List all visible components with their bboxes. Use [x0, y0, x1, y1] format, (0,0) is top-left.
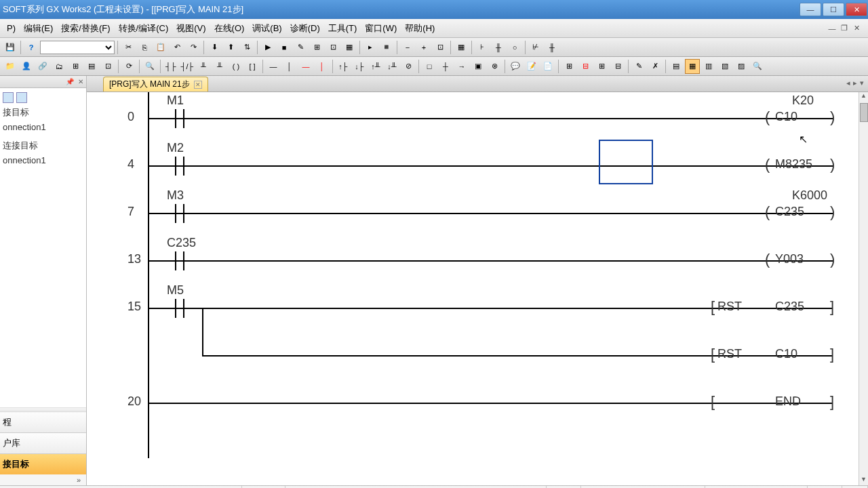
- zoom-icon[interactable]: 🔍: [750, 59, 765, 74]
- remote-run-icon[interactable]: ▸: [363, 40, 378, 55]
- zoom-fit-icon[interactable]: ⊡: [433, 40, 448, 55]
- sfc-end-icon[interactable]: ▣: [471, 59, 486, 74]
- ladder-f6-icon[interactable]: ╫: [491, 40, 506, 55]
- rising-pulse-icon[interactable]: ↑├: [336, 59, 351, 74]
- side-cat-connection[interactable]: 接目标: [0, 453, 86, 474]
- menu-debug[interactable]: 调试(B): [248, 20, 285, 37]
- menu-window[interactable]: 窗口(W): [361, 20, 401, 37]
- vline-del-icon[interactable]: │: [315, 59, 330, 74]
- copy-icon[interactable]: ⎘: [137, 40, 152, 55]
- inst-operand[interactable]: C235: [775, 300, 804, 314]
- inst-operand[interactable]: END: [775, 394, 801, 409]
- cut-icon[interactable]: ✂: [121, 40, 136, 55]
- contact[interactable]: [168, 203, 191, 224]
- tab-prg-main[interactable]: [PRG]写入 MAIN 21步 ✕: [103, 77, 208, 92]
- falling-or-icon[interactable]: ↓╨: [384, 59, 399, 74]
- menu-view[interactable]: 视图(V): [172, 20, 210, 37]
- contact[interactable]: [168, 298, 191, 319]
- side-more-button[interactable]: »: [0, 474, 86, 485]
- side-icon-1[interactable]: [3, 92, 14, 103]
- insert-col-icon[interactable]: ⊞: [594, 59, 609, 74]
- close-button[interactable]: ✕: [846, 3, 867, 16]
- window-tile-icon[interactable]: ▦: [454, 40, 469, 55]
- nav-navigation-icon[interactable]: 🗂: [52, 59, 66, 74]
- insert-row-icon[interactable]: ⊞: [561, 59, 576, 74]
- zoom-out-icon[interactable]: −: [400, 40, 415, 55]
- menu-diagnostics[interactable]: 诊断(D): [286, 20, 324, 37]
- ladder-sf6-icon[interactable]: ╫: [545, 40, 559, 55]
- side-value-connection1[interactable]: onnection1: [1, 121, 85, 138]
- undo-icon[interactable]: ↶: [170, 40, 184, 55]
- coil-label[interactable]: C235: [775, 205, 804, 219]
- comment-icon[interactable]: 💬: [508, 59, 523, 74]
- help-icon[interactable]: ?: [24, 40, 39, 55]
- contact[interactable]: [168, 108, 191, 129]
- sfc-step-icon[interactable]: □: [422, 59, 437, 74]
- tab-list-icon[interactable]: ▾: [860, 79, 864, 87]
- redo-icon[interactable]: ↷: [186, 40, 201, 55]
- display-note-icon[interactable]: ▥: [701, 59, 716, 74]
- display-statement-icon[interactable]: ▦: [685, 59, 700, 74]
- side-close-icon[interactable]: ✕: [78, 78, 83, 85]
- mdi-restore[interactable]: ❐: [840, 24, 849, 33]
- sfc-trans-icon[interactable]: ┼: [438, 59, 453, 74]
- menu-tool[interactable]: 工具(T): [324, 20, 361, 37]
- save-icon[interactable]: 💾: [3, 40, 18, 55]
- maximize-button[interactable]: ☐: [823, 3, 844, 16]
- side-cat-userlib[interactable]: 户库: [0, 432, 86, 453]
- ladder-sf5-icon[interactable]: ⊬: [528, 40, 543, 55]
- sfc-reset-icon[interactable]: ⊗: [487, 59, 502, 74]
- scroll-thumb[interactable]: [860, 103, 868, 122]
- rising-or-icon[interactable]: ↑╨: [368, 59, 383, 74]
- display-device-icon[interactable]: ▨: [734, 59, 749, 74]
- hline-icon[interactable]: —: [266, 59, 281, 74]
- falling-pulse-icon[interactable]: ↓├: [352, 59, 367, 74]
- monitor-stop-icon[interactable]: ■: [277, 40, 292, 55]
- delete-row-icon[interactable]: ⊟: [578, 59, 593, 74]
- contact[interactable]: [168, 156, 191, 176]
- branch-inst-operand[interactable]: C10: [775, 347, 797, 361]
- ladder-f5-icon[interactable]: ⊦: [475, 40, 490, 55]
- nav-connection-icon[interactable]: 🔗: [35, 59, 50, 74]
- hline-del-icon[interactable]: —: [298, 59, 313, 74]
- nav-element-icon[interactable]: ⊞: [68, 59, 83, 74]
- ladder-editor[interactable]: 0M1(C10)K204M2(M8235)7M3(C235)K600013C23…: [87, 92, 868, 485]
- tab-close-icon[interactable]: ✕: [194, 81, 202, 89]
- verify-icon[interactable]: ⇅: [239, 40, 254, 55]
- monitor-write-icon[interactable]: ✎: [293, 40, 308, 55]
- vline-icon[interactable]: │: [282, 59, 297, 74]
- menu-online[interactable]: 在线(O): [210, 20, 249, 37]
- remote-stop-icon[interactable]: ◾: [379, 40, 394, 55]
- mdi-close[interactable]: ✕: [852, 24, 861, 33]
- statement-icon[interactable]: 📝: [524, 59, 539, 74]
- zoom-in-icon[interactable]: +: [416, 40, 431, 55]
- display-comment-icon[interactable]: ▤: [669, 59, 684, 74]
- delete-col-icon[interactable]: ⊟: [610, 59, 625, 74]
- device-batch-icon[interactable]: ▦: [342, 40, 357, 55]
- nav-xref-icon[interactable]: ⊡: [100, 59, 115, 74]
- side-value-connection2[interactable]: onnection1: [1, 154, 85, 171]
- contact-or-icon[interactable]: ╨: [196, 59, 211, 74]
- paste-icon[interactable]: 📋: [153, 40, 168, 55]
- side-pin-icon[interactable]: 📌: [66, 78, 74, 85]
- minimize-button[interactable]: —: [800, 3, 821, 16]
- contact-orn-icon[interactable]: ╨: [212, 59, 227, 74]
- menu-find[interactable]: 搜索/替换(F): [57, 20, 114, 37]
- menu-edit[interactable]: 编辑(E): [20, 20, 57, 37]
- inst-opcode[interactable]: RST: [717, 300, 742, 314]
- invert-icon[interactable]: ⊘: [401, 59, 416, 74]
- sfc-jump-icon[interactable]: →: [454, 59, 469, 74]
- monitor-all-icon[interactable]: ⊞: [309, 40, 324, 55]
- tab-next-icon[interactable]: ▸: [853, 79, 857, 87]
- parameter-combo[interactable]: [40, 41, 115, 54]
- coil-label[interactable]: Y003: [775, 252, 804, 266]
- app-inst-icon[interactable]: [ ]: [245, 59, 260, 74]
- convert-icon[interactable]: ⟳: [121, 59, 136, 74]
- branch-inst-opcode[interactable]: RST: [717, 347, 742, 361]
- display-alias-icon[interactable]: ▧: [717, 59, 732, 74]
- nav-output-icon[interactable]: ▤: [84, 59, 99, 74]
- upload-icon[interactable]: ⬆: [223, 40, 238, 55]
- monitor-start-icon[interactable]: ▶: [260, 40, 275, 55]
- tab-prev-icon[interactable]: ◂: [846, 79, 850, 87]
- coil-label[interactable]: M8235: [775, 157, 812, 171]
